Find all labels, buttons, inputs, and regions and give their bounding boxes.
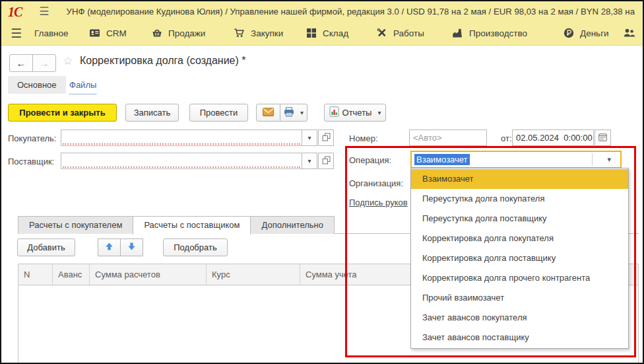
buyer-open-button[interactable] xyxy=(318,129,334,146)
dropdown-item[interactable]: Зачет авансов поставщику xyxy=(411,328,628,347)
tools-icon xyxy=(376,28,387,38)
menu-item-label: Производство xyxy=(469,28,527,38)
dropdown-item[interactable]: Зачет авансов покупателя xyxy=(411,308,628,328)
menu-item-label: Деньги xyxy=(580,28,609,38)
supplier-open-button[interactable] xyxy=(318,153,334,169)
menu-item-label: Главное xyxy=(34,28,69,38)
column-header-advance[interactable]: Аванс xyxy=(53,264,90,285)
window-title: УНФ (моделирование Кудинова Юлия) / Упра… xyxy=(67,7,635,17)
reports-button[interactable]: Отчеты ▾ xyxy=(324,104,386,122)
envelope-icon xyxy=(263,108,274,118)
operation-selected-value: Взаимозачет xyxy=(414,154,470,165)
email-button[interactable] xyxy=(256,104,280,122)
sections-menubar: ☰ Главное CRM Продажи Закупки Склад Рабо… xyxy=(1,22,643,46)
supplier-dropdown-button[interactable]: ▾ xyxy=(302,153,317,169)
detail-tabs: Расчеты с покупателем Расчеты с поставщи… xyxy=(18,216,334,235)
1c-logo-icon: 1С xyxy=(8,5,22,18)
organization-label: Организация: xyxy=(349,178,403,188)
column-header-settlement-amount[interactable]: Сумма расчетов xyxy=(90,264,207,285)
menu-item-sales[interactable]: Продажи xyxy=(152,22,205,44)
pick-button[interactable]: Подобрать xyxy=(163,238,228,256)
page-title: Корректировка долга (создание) * xyxy=(80,55,246,67)
reports-label: Отчеты xyxy=(342,108,372,118)
menu-item-warehouse[interactable]: Склад xyxy=(306,22,348,44)
tab-main-osnovnoe[interactable]: Основное xyxy=(8,76,66,94)
app-window: 1С ☰ УНФ (моделирование Кудинова Юлия) /… xyxy=(0,0,644,364)
number-placeholder: <Авто> xyxy=(413,133,442,143)
window-titlebar: 1С ☰ УНФ (моделирование Кудинова Юлия) /… xyxy=(1,1,643,22)
tab-settlements-buyer[interactable]: Расчеты с покупателем xyxy=(18,216,133,234)
menu-item-production[interactable]: Производство xyxy=(452,22,527,44)
cart-icon xyxy=(234,28,245,38)
people-icon xyxy=(623,28,635,38)
print-button[interactable]: ▾ xyxy=(280,104,307,122)
post-button[interactable]: Провести xyxy=(189,104,248,122)
favorite-star-icon[interactable]: ☆ xyxy=(63,55,73,67)
menu-item-label: Продажи xyxy=(168,28,205,38)
menu-item-label: Склад xyxy=(323,28,348,38)
dropdown-item[interactable]: Корректировка долга прочего контрагента xyxy=(411,268,628,288)
buyer-input[interactable] xyxy=(61,129,302,146)
move-up-button[interactable] xyxy=(98,238,121,256)
tab-additional[interactable]: Дополнительно xyxy=(250,216,335,234)
calendar-button[interactable] xyxy=(595,129,611,146)
tab-settlements-supplier[interactable]: Расчеты с поставщиком xyxy=(133,216,251,235)
date-label: от: xyxy=(501,133,512,143)
menu-item-label: Работы xyxy=(393,28,424,38)
menu-item-personnel[interactable] xyxy=(623,22,635,44)
buyer-dropdown-button[interactable]: ▾ xyxy=(302,129,317,146)
number-input[interactable]: <Авто> xyxy=(409,129,487,146)
column-header-rate[interactable]: Курс xyxy=(207,264,300,285)
menu-item-purchases[interactable]: Закупки xyxy=(234,22,283,44)
factory-icon xyxy=(452,28,463,38)
dropdown-item[interactable]: Корректировка долга покупателя xyxy=(411,229,628,248)
supplier-label: Поставщик: xyxy=(8,157,54,166)
main-hamburger-icon[interactable]: ☰ xyxy=(39,5,49,18)
dropdown-item[interactable]: Переуступка долга поставщику xyxy=(411,209,628,229)
report-icon xyxy=(329,106,339,119)
caret-down-icon: ▾ xyxy=(300,109,304,116)
open-link-icon xyxy=(322,132,331,144)
save-button[interactable]: Записать xyxy=(125,104,179,122)
sections-menu-icon[interactable]: ☰ xyxy=(11,22,22,44)
operation-combobox[interactable]: Взаимозачет ▾ xyxy=(410,151,622,168)
add-row-button[interactable]: Добавить xyxy=(17,238,75,256)
supplier-input[interactable] xyxy=(61,153,302,169)
manager-signature-link[interactable]: Подпись руков xyxy=(349,198,408,207)
crm-card-icon xyxy=(89,28,100,38)
menu-item-works[interactable]: Работы xyxy=(376,22,424,44)
basket-icon xyxy=(152,28,162,38)
calendar-icon xyxy=(598,132,607,144)
back-button[interactable]: ← xyxy=(9,54,33,72)
ruble-icon xyxy=(564,28,574,38)
open-link-icon xyxy=(322,155,331,167)
combo-divider xyxy=(592,153,593,166)
caret-down-icon: ▾ xyxy=(377,109,381,116)
date-input[interactable]: 02.05.2024 0:00:00 xyxy=(512,129,594,146)
forward-button[interactable]: → xyxy=(32,54,56,72)
caret-down-icon[interactable]: ▾ xyxy=(607,155,611,164)
dropdown-item[interactable]: Прочий взаимозачет xyxy=(411,288,628,308)
move-down-button[interactable] xyxy=(120,238,143,256)
history-nav: ← → xyxy=(9,54,56,72)
arrow-up-icon xyxy=(105,242,113,254)
menu-item-label: CRM xyxy=(106,28,127,38)
dropdown-item[interactable]: Корректировка долга поставщику xyxy=(411,248,628,268)
operation-label: Операция: xyxy=(349,155,391,165)
operation-dropdown-list: Взаимозачет Переуступка долга покупателя… xyxy=(410,168,629,349)
post-and-close-button[interactable]: Провести и закрыть xyxy=(8,104,117,122)
dropdown-item[interactable]: Взаимозачет xyxy=(411,169,628,189)
tab-main-faily[interactable]: Файлы xyxy=(69,76,96,94)
buyer-label: Покупатель: xyxy=(8,133,56,143)
printer-icon xyxy=(284,107,294,119)
grid-icon xyxy=(306,28,317,38)
column-header-n[interactable]: N xyxy=(18,264,53,285)
menu-item-label: Закупки xyxy=(251,28,283,38)
arrow-down-icon xyxy=(127,242,136,254)
dropdown-item[interactable]: Переуступка долга покупателя xyxy=(411,189,628,209)
number-label: Номер: xyxy=(349,133,378,143)
menu-item-main[interactable]: Главное xyxy=(34,22,69,44)
menu-item-money[interactable]: Деньги xyxy=(564,22,609,44)
menu-item-crm[interactable]: CRM xyxy=(89,22,127,44)
